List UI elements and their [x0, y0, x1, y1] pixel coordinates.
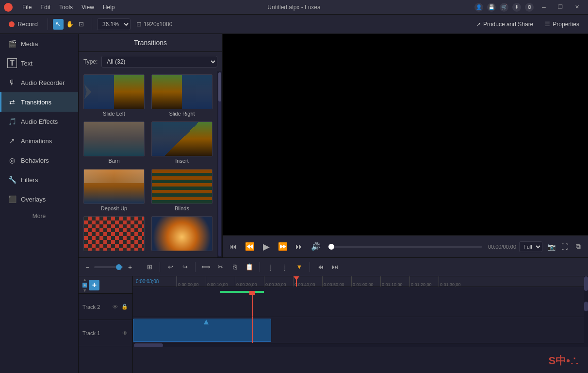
- redo-button[interactable]: ↪: [179, 261, 191, 273]
- text-icon: T: [7, 58, 17, 68]
- zoom-select[interactable]: 36.1% 50% 100%: [97, 18, 131, 30]
- add-track-button[interactable]: ⊞: [143, 261, 156, 273]
- transitions-grid: Slide Left Slide Right: [79, 71, 217, 257]
- close-button[interactable]: ✕: [570, 0, 584, 15]
- transition-deposit-up[interactable]: Deposit Up: [82, 169, 147, 213]
- volume-button[interactable]: 🔊: [309, 240, 323, 254]
- window-controls: ─ ❐ ✕: [537, 0, 584, 15]
- go-start-tl-button[interactable]: ⏮: [314, 261, 327, 273]
- transition-barn[interactable]: Barn: [82, 121, 147, 166]
- menu-help[interactable]: Help: [99, 3, 119, 12]
- cut-button[interactable]: ✂: [214, 261, 227, 273]
- titlebar: File Edit Tools View Help Untitled.alpx …: [0, 0, 588, 15]
- zoom-slider[interactable]: [94, 266, 123, 268]
- save-icon[interactable]: 💾: [487, 3, 496, 12]
- ruler-mark-110: 0:01:10;00: [380, 276, 409, 287]
- track-2-lock-icon[interactable]: 🔒: [121, 303, 129, 311]
- transition-blinds[interactable]: Blinds: [149, 169, 214, 213]
- detach-icon[interactable]: ⧉: [572, 241, 584, 253]
- tracks-inner: [133, 291, 584, 343]
- download-icon[interactable]: ⬇: [512, 3, 521, 12]
- sidebar-item-overlays[interactable]: ⬛ Overlays: [0, 189, 78, 209]
- fullscreen-icon[interactable]: ⛶: [559, 241, 571, 253]
- restore-button[interactable]: ❐: [553, 0, 568, 15]
- ruler-mark-20: 0:00:20;00: [235, 276, 264, 287]
- sidebar-item-audio-effects[interactable]: 🎵 Audio Effects: [0, 112, 78, 131]
- step-back-button[interactable]: ⏪: [243, 240, 257, 254]
- menu-view[interactable]: View: [78, 3, 98, 12]
- properties-button[interactable]: ☰ Properties: [540, 19, 584, 30]
- filter-label: Type:: [83, 58, 98, 65]
- copy-button[interactable]: ⎘: [229, 261, 241, 273]
- properties-label: Properties: [553, 21, 579, 28]
- v-scroll-thumb[interactable]: [584, 276, 588, 291]
- sidebar-item-text[interactable]: T Text: [0, 53, 78, 73]
- go-end-tl-button[interactable]: ⏭: [328, 261, 341, 273]
- mark-in-button[interactable]: [: [264, 261, 277, 273]
- sidebar-item-behaviors[interactable]: ◎ Behaviors: [0, 151, 78, 170]
- zoom-out-button[interactable]: −: [82, 262, 92, 272]
- user-icon[interactable]: 👤: [474, 3, 483, 12]
- step-forward-button[interactable]: ⏩: [276, 240, 290, 254]
- transition-sun[interactable]: [149, 216, 214, 254]
- snapshot-icon[interactable]: 📷: [545, 241, 557, 253]
- track-2-visible-icon[interactable]: 👁: [111, 303, 119, 311]
- sidebar-item-filters[interactable]: 🔧 Filters: [0, 170, 78, 189]
- crop-tool[interactable]: ⊡: [76, 19, 87, 30]
- select-tool[interactable]: ↖: [53, 19, 64, 30]
- go-to-end-button[interactable]: ⏭: [293, 240, 306, 254]
- sidebar-item-media[interactable]: 🎬 Media: [0, 34, 78, 53]
- h-scroll-thumb[interactable]: [134, 343, 163, 347]
- playhead-ruler: [296, 276, 297, 287]
- v-scrollbar[interactable]: [584, 276, 588, 291]
- sidebar-item-animations[interactable]: ↗ Animations: [0, 131, 78, 151]
- slide-right-label: Slide Right: [169, 111, 195, 117]
- split-button[interactable]: ⟺: [199, 261, 212, 273]
- menu-tools[interactable]: Tools: [55, 3, 77, 12]
- hand-tool[interactable]: ✋: [65, 19, 75, 30]
- h-scrollbar[interactable]: [133, 343, 588, 347]
- cart-icon[interactable]: 🛒: [500, 3, 508, 12]
- add-media-button[interactable]: +: [89, 280, 99, 290]
- type-filter-select[interactable]: All (32) 3D Wipe Fade Slide: [101, 56, 217, 68]
- play-button[interactable]: ▶: [260, 240, 273, 254]
- undo-button[interactable]: ↩: [164, 261, 177, 273]
- top-area: Transitions Type: All (32) 3D Wipe Fade …: [79, 34, 588, 257]
- sidebar-item-audio-recorder[interactable]: 🎙 Audio Recorder: [0, 73, 78, 92]
- ruler-mark-30: 0:00:30;00: [264, 276, 293, 287]
- tl-sep5: [310, 262, 310, 272]
- transition-insert[interactable]: Insert: [149, 121, 214, 166]
- track-1-label: Track 1 👁: [79, 320, 132, 346]
- track-1-clip[interactable]: [133, 319, 271, 342]
- produce-share-button[interactable]: ↗ Produce and Share: [471, 19, 538, 30]
- zoom-in-button[interactable]: +: [125, 262, 135, 272]
- sidebar-more-button[interactable]: More: [0, 209, 78, 223]
- sidebar-label-animations: Animations: [21, 137, 52, 145]
- panel-scroll-thumb[interactable]: [218, 72, 221, 102]
- v-scroll-right-thumb[interactable]: [584, 302, 588, 311]
- transition-checker[interactable]: [82, 216, 147, 254]
- sidebar-item-transitions[interactable]: ⇄ Transitions: [0, 92, 78, 112]
- progress-track[interactable]: [328, 246, 482, 248]
- ruler-container: 0:00:03;08 0:00:00;00 0:00:10;00 0:00:20…: [133, 276, 588, 291]
- track-1-visible-icon[interactable]: 👁: [121, 329, 129, 337]
- blinds-thumb: [151, 169, 212, 204]
- transitions-icon: ⇄: [7, 97, 17, 107]
- settings-icon[interactable]: ⚙: [525, 3, 534, 12]
- paste-button[interactable]: 📋: [243, 261, 256, 273]
- progress-handle[interactable]: [328, 244, 334, 250]
- deposit-up-thumb: [83, 169, 145, 204]
- menu-edit[interactable]: Edit: [36, 3, 54, 12]
- go-to-start-button[interactable]: ⏮: [227, 240, 240, 254]
- v-scrollbar-right[interactable]: [584, 291, 588, 343]
- transition-slide-left[interactable]: Slide Left: [82, 74, 147, 119]
- quality-select[interactable]: Full 1/2 1/4: [519, 241, 542, 252]
- menu-file[interactable]: File: [18, 3, 35, 12]
- zoom-thumb: [116, 264, 122, 270]
- transition-slide-right[interactable]: Slide Right: [149, 74, 214, 119]
- record-button[interactable]: Record: [4, 18, 43, 30]
- panel-scrollbar[interactable]: [217, 71, 222, 257]
- marker-button[interactable]: ▼: [293, 261, 306, 273]
- mark-out-button[interactable]: ]: [278, 261, 291, 273]
- minimize-button[interactable]: ─: [537, 0, 551, 15]
